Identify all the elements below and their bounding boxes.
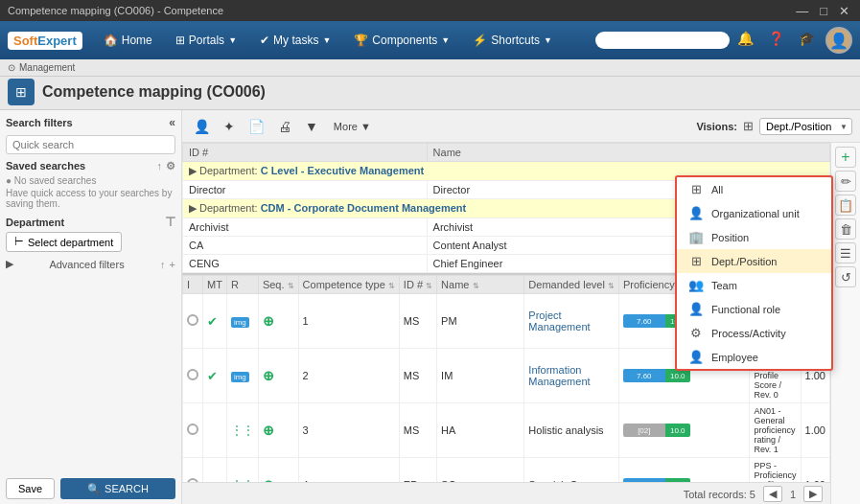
dropdown-item-process[interactable]: ⚙ Process/Activity bbox=[677, 321, 831, 345]
delete-action-button[interactable]: 🗑 bbox=[835, 218, 856, 240]
row-seq-1: 1 bbox=[298, 294, 399, 349]
dropdown-item-dept-position[interactable]: ⊞ Dept./Position bbox=[677, 249, 831, 273]
trophy-icon: 🏆 bbox=[354, 34, 368, 47]
nav-search-input[interactable] bbox=[595, 32, 730, 49]
bell-icon[interactable]: 🔔 bbox=[733, 27, 756, 50]
sidebar-buttons: Save 🔍 SEARCH bbox=[6, 478, 175, 499]
building-icon: 🏢 bbox=[688, 230, 704, 244]
dropdown-item-team[interactable]: 👥 Team bbox=[677, 273, 831, 297]
row-comptype-2: MS bbox=[399, 349, 436, 403]
dropdown-item-employee[interactable]: 👤 Employee bbox=[677, 345, 831, 369]
lower-col-name: Name ⇅ bbox=[437, 276, 524, 294]
refresh-action-button[interactable]: ↺ bbox=[835, 266, 856, 287]
select-department-button[interactable]: ⊢ Select department bbox=[6, 232, 122, 252]
row-proficiency-4: PPS - Proficiency Profile Score / Rev. 0 bbox=[750, 458, 801, 483]
dropdown-item-all[interactable]: ⊞ All bbox=[677, 177, 831, 201]
row-plus-1: ⊕ bbox=[258, 294, 298, 349]
row-name-1: Project Management bbox=[524, 294, 619, 349]
row-radio-2 bbox=[183, 349, 203, 403]
dropdown-item-position[interactable]: 🏢 Position bbox=[677, 225, 831, 249]
nav-components[interactable]: 🏆 Components ▼ bbox=[344, 27, 459, 54]
dot-icon: ● bbox=[6, 175, 12, 186]
dropdown-label-org: Organizational unit bbox=[711, 208, 800, 219]
quick-search-input[interactable] bbox=[6, 135, 175, 154]
department-label: Department ⊤ bbox=[6, 215, 175, 229]
toolbar-doc-btn[interactable]: 📄 bbox=[244, 117, 268, 136]
gear-icon[interactable]: ⚙ bbox=[166, 160, 175, 172]
visions-select[interactable]: Dept./Position bbox=[759, 118, 852, 135]
question-icon[interactable]: ❓ bbox=[764, 27, 787, 50]
row-check-4 bbox=[203, 458, 227, 483]
total-records: Total records: 5 bbox=[684, 489, 755, 500]
dropdown-label-employee: Employee bbox=[711, 352, 758, 363]
row-radio-4 bbox=[183, 458, 203, 483]
row-id: CA bbox=[183, 237, 428, 255]
check-icon: ✔ bbox=[207, 369, 218, 383]
row-img-1: img bbox=[226, 294, 258, 349]
content-area: 👤 ✦ 📄 🖨 ▼ More ▼ Visions: ⊞ Dept./Positi… bbox=[182, 110, 860, 504]
avatar[interactable]: 👤 bbox=[825, 27, 852, 54]
advanced-filters-section: ▶ Advanced filters ↑ + bbox=[6, 258, 175, 270]
close-button[interactable]: ✕ bbox=[836, 4, 852, 18]
row-id: Director bbox=[183, 181, 428, 199]
radio-icon bbox=[187, 424, 198, 435]
upper-col-id: ID # bbox=[183, 144, 428, 162]
more-arrow-icon: ▼ bbox=[360, 121, 371, 132]
have-quick-text: Have quick access to your searches by sa… bbox=[6, 188, 175, 209]
home-breadcrumb-icon: ⊙ bbox=[8, 62, 15, 73]
prev-page-button[interactable]: ◀ bbox=[763, 486, 782, 502]
minimize-button[interactable]: — bbox=[793, 4, 811, 18]
main-layout: Search filters « Saved searches ↑ ⚙ ● No… bbox=[0, 110, 860, 504]
search-button[interactable]: 🔍 SEARCH bbox=[60, 478, 175, 499]
row-demanded-3: [02] 10.0 bbox=[618, 403, 750, 458]
row-name-4: Spanish Course bbox=[524, 458, 619, 483]
lower-col-demanded: Demanded level ⇅ bbox=[524, 276, 619, 294]
nav-portals[interactable]: ⊞ Portals ▼ bbox=[166, 27, 246, 54]
dropdown-item-functional[interactable]: 👤 Functional role bbox=[677, 297, 831, 321]
row-name-2: Information Management bbox=[524, 349, 619, 403]
row-id: Archivist bbox=[183, 218, 428, 237]
row-id: CENG bbox=[183, 255, 428, 273]
maximize-button[interactable]: □ bbox=[817, 4, 830, 18]
add-action-button[interactable]: + bbox=[835, 147, 856, 168]
plus-icon: ⊕ bbox=[263, 423, 274, 438]
row-id-4: SC bbox=[437, 458, 524, 483]
lower-col-comptype: Competence type ⇅ bbox=[298, 276, 399, 294]
copy-action-button[interactable]: 📋 bbox=[835, 195, 856, 216]
advanced-filters-toggle[interactable]: ▶ Advanced filters ↑ + bbox=[6, 258, 175, 270]
adv-filter-icon1[interactable]: ↑ bbox=[160, 259, 166, 270]
process-icon: ⚙ bbox=[688, 326, 704, 340]
next-page-button[interactable]: ▶ bbox=[803, 486, 823, 502]
list-action-button[interactable]: ☰ bbox=[835, 242, 856, 263]
dept-add-icon[interactable]: ⊤ bbox=[165, 215, 175, 229]
department-section: Department ⊤ ⊢ Select department bbox=[6, 215, 175, 252]
nav-mytasks[interactable]: ✔ My tasks ▼ bbox=[250, 27, 340, 54]
image-icon: img bbox=[231, 317, 249, 328]
toolbar-star-btn[interactable]: ✦ bbox=[220, 117, 239, 136]
lower-col-id: ID # ⇅ bbox=[399, 276, 436, 294]
sidebar-collapse-btn[interactable]: « bbox=[169, 116, 175, 129]
nav-shortcuts[interactable]: ⚡ Shortcuts ▼ bbox=[463, 27, 562, 54]
dropdown-label-all: All bbox=[711, 184, 723, 195]
row-seq-2: 2 bbox=[298, 349, 399, 403]
more-button[interactable]: More ▼ bbox=[328, 119, 377, 134]
logo: SoftExpert bbox=[8, 32, 82, 50]
lower-table-row[interactable]: ⋮⋮ ⊕ 3 MS HA Holistic analysis [02] 10.0 bbox=[183, 403, 830, 458]
check-icon: ✔ bbox=[260, 34, 269, 47]
dropdown-item-org[interactable]: 👤 Organizational unit bbox=[677, 201, 831, 225]
logo-expert: Expert bbox=[37, 34, 76, 48]
org-unit-icon: 👤 bbox=[688, 206, 704, 220]
toolbar-print-arrow-btn[interactable]: ▼ bbox=[301, 117, 322, 136]
adv-filter-icon2[interactable]: + bbox=[170, 259, 175, 270]
nav-home[interactable]: 🏠 Home bbox=[94, 27, 162, 54]
edit-action-button[interactable]: ✏ bbox=[835, 171, 856, 192]
lower-table-row[interactable]: ⋮⋮ ⊕ 4 EB SC Spanish Course 7.60 10.0 bbox=[183, 458, 830, 483]
row-comptype-4: EB bbox=[399, 458, 436, 483]
save-button[interactable]: Save bbox=[6, 478, 55, 499]
toolbar-print-btn[interactable]: 🖨 bbox=[274, 117, 295, 136]
upload-icon[interactable]: ↑ bbox=[157, 160, 163, 172]
toolbar-person-btn[interactable]: 👤 bbox=[190, 117, 214, 136]
triangle-icon: ▶ bbox=[6, 258, 13, 270]
grad-icon[interactable]: 🎓 bbox=[795, 27, 818, 50]
image-icon: img bbox=[231, 372, 249, 382]
